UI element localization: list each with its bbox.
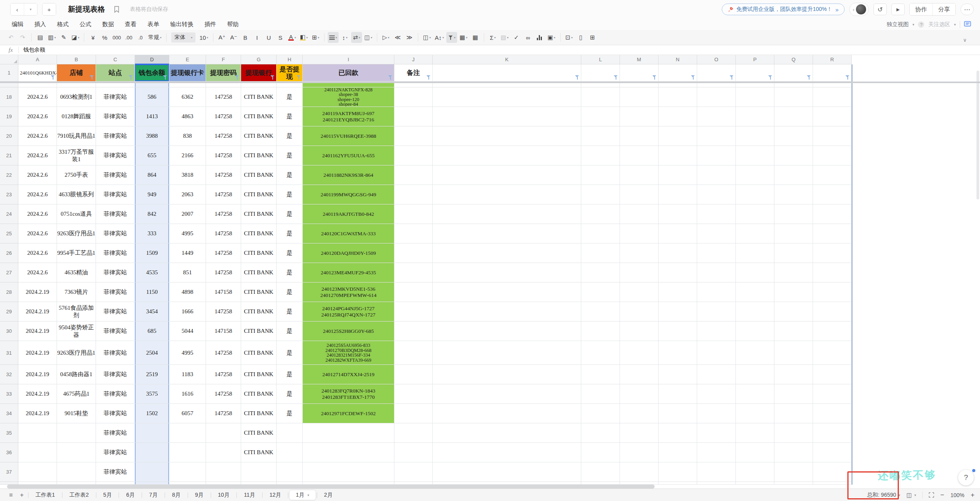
cell-L28[interactable] (581, 282, 620, 302)
percent-icon[interactable]: % (99, 32, 110, 43)
column-header-K[interactable]: K (433, 55, 581, 64)
cell-B34[interactable]: 9015鞋垫 (57, 404, 96, 423)
cell-F36[interactable] (206, 443, 241, 462)
cell-M18[interactable] (620, 87, 659, 107)
cell-F31[interactable]: 147258 (206, 341, 241, 365)
cell-D30[interactable]: 685 (135, 322, 169, 341)
cell-D22[interactable]: 864 (135, 165, 169, 185)
more-menu-button[interactable]: ⋯ (960, 4, 974, 15)
header-cell-E1[interactable]: 提现银行卡 (169, 64, 206, 82)
cell-B36[interactable] (57, 443, 96, 462)
row-header-36[interactable]: 36 (0, 443, 18, 462)
row-header-37[interactable]: 37 (0, 462, 18, 482)
cell-I26[interactable]: 240120DAQJHD0Y-1509 (303, 243, 394, 263)
cell-L31[interactable] (581, 341, 620, 365)
cell-N18[interactable] (659, 87, 697, 107)
cell-B28[interactable]: 7363镜片 (57, 282, 96, 302)
cell-M37[interactable] (620, 462, 659, 482)
column-header-J[interactable]: J (394, 55, 433, 64)
header-cell-G1[interactable]: 提现银行 (241, 64, 277, 82)
cell-Q34[interactable] (774, 404, 813, 423)
cell-J22[interactable] (394, 165, 433, 185)
cell-B35[interactable] (57, 423, 96, 443)
cell-N25[interactable] (659, 224, 697, 243)
cell-N30[interactable] (659, 322, 697, 341)
cell-R25[interactable] (813, 224, 852, 243)
font-increase-icon[interactable]: A⁺ (217, 32, 227, 43)
header-cell-M1[interactable] (620, 64, 659, 82)
cell-L35[interactable] (581, 423, 620, 443)
cell-R35[interactable] (813, 423, 852, 443)
cell-B37[interactable] (57, 462, 96, 482)
cell-N29[interactable] (659, 302, 697, 322)
help-fab-button[interactable]: ? (958, 470, 974, 485)
cell-G19[interactable]: CITI BANK (241, 107, 277, 126)
pivot-icon[interactable]: ▧▾ (499, 32, 510, 43)
cell-E33[interactable]: 1616 (169, 384, 206, 404)
cell-O34[interactable] (697, 404, 736, 423)
cell-B29[interactable]: 5761食品添加剂 (57, 302, 96, 322)
cell-N33[interactable] (659, 384, 697, 404)
cell-Q31[interactable] (774, 341, 813, 365)
cell-R21[interactable] (813, 146, 852, 165)
header-cell-Q1[interactable] (774, 64, 813, 82)
cell-N23[interactable] (659, 185, 697, 204)
cell-E37[interactable] (169, 462, 206, 482)
cell-K37[interactable] (433, 462, 581, 482)
cell-A25[interactable]: 2024.2.6 (18, 224, 57, 243)
cell-N19[interactable] (659, 107, 697, 126)
cell-R26[interactable] (813, 243, 852, 263)
cell-O35[interactable] (697, 423, 736, 443)
row-header-26[interactable]: 26 (0, 243, 18, 263)
undo-icon[interactable]: ↶ (5, 32, 16, 43)
cell-G34[interactable]: CITI BANK (241, 404, 277, 423)
cell-O20[interactable] (697, 126, 736, 146)
cell-P31[interactable] (736, 341, 774, 365)
cell-I37[interactable] (303, 462, 394, 482)
cell-P34[interactable] (736, 404, 774, 423)
cell-Q22[interactable] (774, 165, 813, 185)
horizontal-scrollbar[interactable] (7, 485, 655, 489)
cell-E23[interactable]: 2063 (169, 185, 206, 204)
cell-E24[interactable]: 2007 (169, 204, 206, 224)
cell-F30[interactable]: 147158 (206, 322, 241, 341)
font-size-select[interactable]: 10▾ (198, 32, 210, 43)
column-header-N[interactable]: N (659, 55, 697, 64)
cell-E30[interactable]: 5044 (169, 322, 206, 341)
cell-E35[interactable] (169, 423, 206, 443)
row-header-23[interactable]: 23 (0, 185, 18, 204)
sheet-tab-1月[interactable]: 1月▾ (289, 490, 316, 500)
filter-funnel-icon[interactable] (296, 75, 301, 80)
column-header-I[interactable]: I (303, 55, 394, 64)
cell-O33[interactable] (697, 384, 736, 404)
fill-color-icon[interactable]: ◧▾ (298, 32, 309, 43)
cell-A20[interactable]: 2024.2.6 (18, 126, 57, 146)
filter-funnel-icon[interactable] (652, 75, 657, 80)
avatar[interactable] (856, 4, 866, 14)
filter-funnel-icon[interactable] (768, 75, 773, 80)
cell-F28[interactable]: 147158 (206, 282, 241, 302)
select-all-corner[interactable] (0, 55, 18, 64)
cell-H22[interactable]: 是 (277, 165, 303, 185)
cell-H31[interactable]: 是 (277, 341, 303, 365)
cell-A36[interactable] (18, 443, 57, 462)
cell-A26[interactable]: 2024.2.6 (18, 243, 57, 263)
cell-N36[interactable] (659, 443, 697, 462)
row-header-30[interactable]: 30 (0, 322, 18, 341)
menu-2[interactable]: 插入 (34, 21, 46, 28)
checkbox-icon[interactable]: ✓ (511, 32, 522, 43)
cell-A24[interactable]: 2024.2.6 (18, 204, 57, 224)
header-cell-B1[interactable]: 店铺 (57, 64, 96, 82)
cell-L37[interactable] (581, 462, 620, 482)
menu-10[interactable]: 帮助 (227, 21, 239, 28)
filter-funnel-icon[interactable] (691, 75, 696, 80)
cell-Q30[interactable] (774, 322, 813, 341)
redo-icon[interactable]: ↷ (17, 32, 28, 43)
column-header-E[interactable]: E (169, 55, 206, 64)
cell-F22[interactable]: 147258 (206, 165, 241, 185)
cell-L33[interactable] (581, 384, 620, 404)
sheet-tab-11月[interactable]: 11月 (238, 489, 261, 501)
cell-L29[interactable] (581, 302, 620, 322)
cell-I30[interactable]: 240125S2H8GG0Y-685 (303, 322, 394, 341)
cell-C35[interactable]: 菲律宾站 (96, 423, 135, 443)
